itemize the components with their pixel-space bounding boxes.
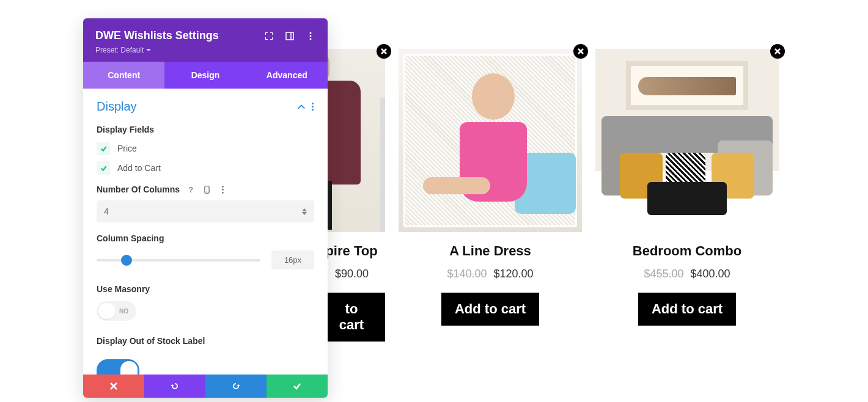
new-price: $120.00 <box>494 268 534 280</box>
panel-title: DWE Wishlists Settings <box>95 29 219 42</box>
old-price: $140.00 <box>447 268 487 280</box>
product-image[interactable] <box>399 49 582 232</box>
svg-point-2 <box>310 32 312 34</box>
tab-design[interactable]: Design <box>164 62 246 89</box>
masonry-toggle[interactable]: NO <box>97 301 136 321</box>
tab-content[interactable]: Content <box>83 62 164 89</box>
display-fields-label: Display Fields <box>97 125 314 134</box>
help-icon[interactable]: ? <box>186 185 196 194</box>
fullscreen-icon[interactable] <box>264 31 274 41</box>
old-price: $455.00 <box>644 268 683 280</box>
panel-footer <box>83 375 328 398</box>
cancel-button[interactable] <box>83 375 144 398</box>
collapse-icon[interactable] <box>297 103 306 111</box>
svg-point-9 <box>222 192 223 193</box>
spacing-label: Column Spacing <box>97 233 314 243</box>
field-more-icon[interactable] <box>218 185 227 194</box>
svg-point-4 <box>310 38 312 40</box>
preset-selector[interactable]: Preset: Default <box>95 46 315 54</box>
product-title[interactable]: A Line Dress <box>399 243 582 259</box>
add-to-cart-button[interactable]: Add to cart <box>638 293 736 326</box>
svg-point-8 <box>222 189 223 190</box>
preset-label: Preset: Default <box>95 46 144 54</box>
checkbox-price[interactable] <box>97 142 110 155</box>
select-chevrons-icon <box>302 208 307 215</box>
chevron-down-icon <box>146 48 151 53</box>
remove-button[interactable] <box>573 44 588 59</box>
new-price: $90.00 <box>335 268 369 280</box>
svg-point-6 <box>206 191 207 192</box>
toggle-knob <box>98 303 116 319</box>
checkbox-addtocart[interactable] <box>97 161 110 175</box>
undo-button[interactable] <box>144 375 205 398</box>
spacing-slider[interactable] <box>97 259 260 261</box>
svg-rect-0 <box>286 32 293 40</box>
svg-point-3 <box>310 35 312 37</box>
checkbox-addtocart-label: Add to Cart <box>117 163 161 173</box>
product-title[interactable]: pire Top <box>318 243 385 259</box>
product-title[interactable]: Bedroom Combo <box>595 243 779 259</box>
product-price: $455.00 $400.00 <box>595 268 779 280</box>
remove-button[interactable] <box>770 44 785 59</box>
svg-point-7 <box>222 186 223 187</box>
masonry-value: NO <box>116 308 134 315</box>
product-card: A Line Dress $140.00 $120.00 Add to cart <box>399 49 582 342</box>
dock-icon[interactable] <box>285 31 295 41</box>
add-to-cart-button[interactable]: to cart <box>318 293 385 342</box>
responsive-icon[interactable] <box>202 185 211 194</box>
scrollbar[interactable] <box>380 98 385 232</box>
redo-button[interactable] <box>205 375 267 398</box>
product-card: Bedroom Combo $455.00 $400.00 Add to car… <box>595 49 779 342</box>
masonry-label: Use Masonry <box>97 284 314 294</box>
panel-header: DWE Wishlists Settings Preset: Default <box>83 18 328 62</box>
columns-select[interactable]: 4 <box>97 200 314 222</box>
remove-button[interactable] <box>377 44 391 59</box>
section-title: Display <box>97 100 137 114</box>
spacing-value[interactable]: 16px <box>271 250 314 269</box>
columns-value: 4 <box>104 206 109 216</box>
product-price: $140.00 $120.00 <box>399 268 582 280</box>
tabs: Content Design Advanced <box>83 62 328 89</box>
settings-panel: DWE Wishlists Settings Preset: Default C… <box>83 18 328 398</box>
columns-label: Number Of Columns <box>97 185 180 194</box>
tab-advanced[interactable]: Advanced <box>246 62 328 89</box>
add-to-cart-button[interactable]: Add to cart <box>441 293 539 326</box>
toggle-knob <box>120 361 138 375</box>
outofstock-toggle[interactable]: YES <box>97 359 139 375</box>
new-price: $400.00 <box>691 268 730 280</box>
section-display: Display Display Fields Price Add to Cart… <box>83 89 328 375</box>
more-icon[interactable] <box>306 31 315 41</box>
checkbox-price-label: Price <box>117 144 137 153</box>
product-image[interactable] <box>595 49 779 232</box>
section-more-icon[interactable] <box>312 103 314 111</box>
save-button[interactable] <box>267 375 328 398</box>
spacing-slider-thumb[interactable] <box>121 255 132 266</box>
outofstock-label: Display Out of Stock Label <box>97 336 314 346</box>
